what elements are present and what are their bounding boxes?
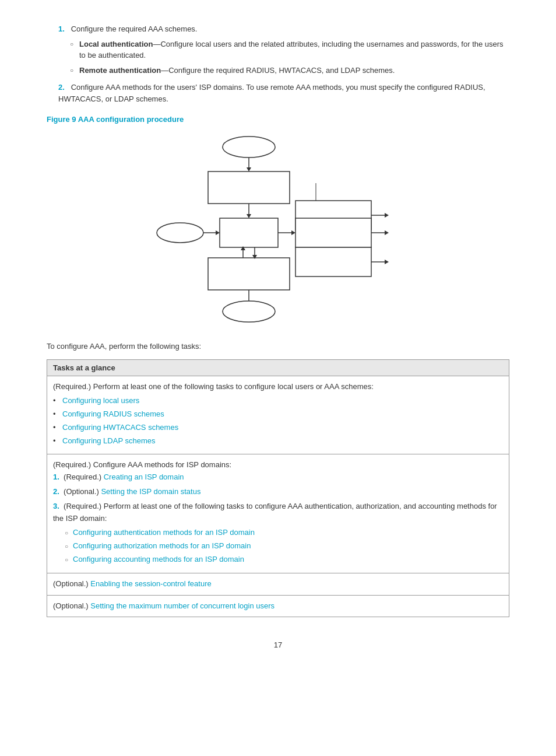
optional-max-prefix: (Optional.) — [53, 601, 89, 610]
isp-step-1: 1. (Required.) Creating an ISP domain — [53, 471, 503, 484]
link-hwtacacs[interactable]: Configuring HWTACACS schemes — [62, 423, 178, 432]
isp-sub-authz: Configuring authorization methods for an… — [65, 540, 503, 552]
link-ldap[interactable]: Configuring LDAP schemes — [62, 436, 155, 445]
aaa-diagram — [132, 131, 424, 329]
svg-marker-8 — [216, 230, 220, 235]
isp-step-1-prefix: (Required.) — [64, 473, 101, 481]
intro-to-table: To configure AAA, perform the following … — [47, 341, 509, 352]
isp-sub-auth: Configuring authentication methods for a… — [65, 527, 503, 539]
table-section-4: (Optional.) Setting the maximum number o… — [47, 595, 509, 617]
link-max-users[interactable]: Setting the maximum number of concurrent… — [90, 601, 275, 610]
required-tasks-list: Configuring local users Configuring RADI… — [53, 395, 503, 447]
isp-step-2: 2. (Optional.) Setting the ISP domain st… — [53, 486, 503, 498]
task-local-users: Configuring local users — [53, 395, 503, 407]
task-hwtacacs: Configuring HWTACACS schemes — [53, 422, 503, 434]
svg-rect-3 — [208, 172, 290, 204]
svg-point-28 — [223, 301, 275, 322]
remote-auth-text: —Configure the required RADIUS, HWTACACS… — [161, 66, 395, 75]
svg-marker-2 — [247, 167, 251, 172]
tasks-table: Tasks at a glance (Required.) Perform at… — [47, 359, 509, 618]
svg-marker-11 — [291, 230, 295, 235]
isp-sub-list: Configuring authentication methods for a… — [65, 527, 503, 565]
svg-marker-17 — [385, 230, 389, 235]
isp-domain-list: 1. (Required.) Creating an ISP domain 2.… — [53, 471, 503, 566]
svg-point-0 — [223, 136, 275, 158]
step-2: 2. Configure AAA methods for the users' … — [58, 82, 509, 104]
link-authz-methods[interactable]: Configuring authorization methods for an… — [73, 541, 251, 550]
isp-step-2-prefix: (Optional.) — [64, 487, 99, 496]
sub-item-remote-auth: Remote authentication—Configure the requ… — [70, 65, 509, 76]
isp-step-3-text: Perform at least one of the following ta… — [53, 502, 497, 523]
link-acct-methods[interactable]: Configuring accounting methods for an IS… — [73, 555, 244, 564]
step-1-text: Configure the required AAA schemes. — [71, 24, 198, 33]
svg-rect-18 — [295, 247, 371, 276]
remote-auth-label: Remote authentication — [79, 66, 161, 75]
section-1-preamble: (Required.) Perform at least one of the … — [53, 381, 503, 393]
link-session-control[interactable]: Enabling the session-control feature — [90, 579, 211, 588]
link-radius[interactable]: Configuring RADIUS schemes — [62, 410, 164, 418]
link-create-isp[interactable]: Creating an ISP domain — [104, 473, 184, 481]
svg-marker-5 — [247, 214, 251, 218]
link-isp-status[interactable]: Setting the ISP domain status — [101, 487, 200, 496]
sub-item-local-auth: Local authentication—Configure local use… — [70, 38, 509, 61]
isp-step-3: 3. (Required.) Perform at least one of t… — [53, 501, 503, 566]
isp-sub-acct: Configuring accounting methods for an IS… — [65, 554, 503, 566]
table-section-1: (Required.) Perform at least one of the … — [47, 376, 509, 454]
svg-rect-15 — [295, 218, 371, 247]
local-auth-label: Local authentication — [79, 40, 153, 48]
svg-marker-20 — [385, 260, 389, 264]
svg-marker-14 — [385, 213, 389, 218]
section-2-preamble: (Required.) Configure AAA methods for IS… — [53, 459, 503, 471]
step-2-text: Configure AAA methods for the users' ISP… — [58, 83, 485, 103]
figure-title: Figure 9 AAA configuration procedure — [47, 115, 509, 124]
task-ldap: Configuring LDAP schemes — [53, 435, 503, 447]
link-auth-methods[interactable]: Configuring authentication methods for a… — [73, 528, 255, 537]
optional-session-prefix: (Optional.) — [53, 579, 89, 588]
table-section-2: (Required.) Configure AAA methods for IS… — [47, 454, 509, 573]
svg-point-6 — [157, 223, 203, 243]
svg-rect-21 — [208, 258, 290, 290]
page-number: 17 — [47, 640, 509, 649]
task-radius: Configuring RADIUS schemes — [53, 408, 503, 421]
svg-rect-9 — [220, 218, 278, 247]
step-1: 1. Configure the required AAA schemes. L… — [58, 23, 509, 76]
link-local-users[interactable]: Configuring local users — [62, 396, 139, 405]
isp-step-3-prefix: (Required.) — [64, 502, 101, 510]
table-section-3: (Optional.) Enabling the session-control… — [47, 573, 509, 595]
table-header: Tasks at a glance — [47, 359, 509, 376]
